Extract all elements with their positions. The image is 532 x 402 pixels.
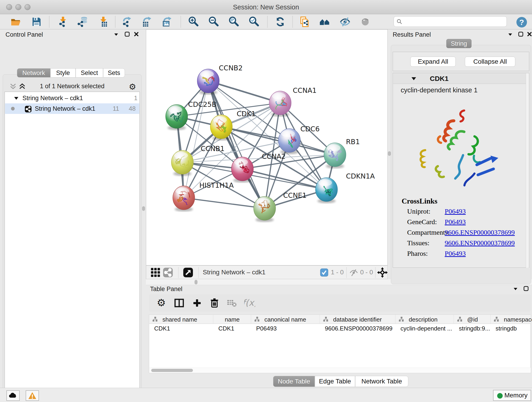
table-cell[interactable]: stringdb [491, 324, 531, 333]
string-network-graph[interactable]: CCNB2 CCNA1 CDC25B CDK1 CDC6 R [146, 30, 387, 265]
close-panel-icon[interactable] [526, 31, 532, 38]
crosslink-link[interactable]: P06493 [445, 218, 466, 226]
refresh-view-button[interactable] [274, 15, 287, 28]
edge-CCNB2-CCNA1[interactable] [208, 81, 280, 103]
column-header-database-identifier[interactable]: database identifier [320, 315, 395, 324]
table-columns-button[interactable] [174, 298, 185, 308]
results-scrollbar[interactable] [526, 73, 529, 268]
column-header-shared-name[interactable]: shared name [149, 315, 213, 324]
zoom-selected-button[interactable] [248, 15, 260, 28]
maximize-panel-icon[interactable] [124, 31, 131, 38]
new-network-from-selection-button[interactable] [298, 15, 311, 28]
node-CCNA1[interactable]: CCNA1 [269, 86, 317, 117]
network-view-canvas[interactable]: CCNB2 CCNA1 CDC25B CDK1 CDC6 R [146, 29, 388, 265]
maximize-panel-icon[interactable] [517, 31, 524, 38]
search-input[interactable] [404, 17, 503, 26]
column-header--id[interactable]: @id [454, 315, 491, 324]
table-delete-button[interactable] [209, 298, 220, 308]
maximize-panel-icon[interactable] [523, 285, 530, 292]
node-label-CDC25B: CDC25B [188, 100, 216, 108]
table-gear-button[interactable]: ⚙ [156, 298, 167, 308]
crosslink-link[interactable]: P06493 [445, 249, 466, 257]
tab-node-table[interactable]: Node Table [273, 376, 315, 387]
table-delete-table-button[interactable] [226, 298, 237, 308]
column-header-name[interactable]: name [213, 315, 251, 324]
save-session-button[interactable] [30, 15, 43, 28]
column-header-canonical-name[interactable]: canonical name [251, 315, 320, 324]
expand-all-button[interactable]: Expand All [410, 57, 456, 67]
left-splitter-grip[interactable] [142, 206, 145, 211]
scrollbar-thumb[interactable] [151, 369, 193, 372]
tab-select[interactable]: Select [76, 68, 103, 77]
crosslink-link[interactable]: P06493 [445, 207, 466, 215]
column-header-namespace[interactable]: namespace [491, 315, 531, 324]
open-session-button[interactable] [9, 15, 22, 28]
table-cell[interactable]: cyclin-dependent ... [395, 324, 454, 333]
table-add-row-button[interactable] [191, 298, 203, 308]
hide-selected-button[interactable] [339, 15, 351, 28]
help-button[interactable]: ? [516, 17, 527, 27]
zoom-in-button[interactable] [187, 15, 200, 28]
table-panel: Table Panel ⚙f(x) shared namenamecanonic… [146, 285, 532, 388]
selected-checkbox-icon[interactable] [320, 268, 330, 279]
node-RB1[interactable]: RB1 [324, 138, 360, 168]
table-cell[interactable]: CDK1 [149, 324, 213, 333]
zoom-fit-button[interactable] [228, 15, 240, 28]
edge-CCNB2-HIST1H1A[interactable] [184, 81, 208, 198]
node-table[interactable]: shared namenamecanonical namedatabase id… [149, 314, 531, 373]
import-network-file-button[interactable] [56, 15, 69, 28]
import-network-database-button[interactable] [76, 15, 89, 28]
network-collection-row[interactable]: String Network – cdk1 1 [5, 93, 139, 103]
network-options-gear-icon[interactable]: ⚙ [129, 82, 136, 92]
table-cell[interactable]: 9606.ENSP00000378699 [320, 324, 395, 333]
import-table-file-button[interactable] [96, 15, 109, 28]
table-horizontal-scrollbar[interactable] [149, 368, 531, 373]
table-cell[interactable]: stringdb:9... [454, 324, 491, 333]
tab-style[interactable]: Style [51, 68, 76, 77]
tab-network[interactable]: Network [17, 68, 51, 77]
network-thumbnail-icon[interactable] [163, 267, 173, 278]
tab-string[interactable]: String [446, 39, 472, 48]
section-collapse-icon[interactable] [411, 76, 417, 83]
new-network-from-selection-icon [299, 16, 310, 27]
table-cell[interactable]: P06493 [251, 324, 320, 333]
window-title: Session: New Session [0, 3, 532, 11]
fit-selected-crosshair-icon[interactable] [377, 267, 388, 278]
export-image-button[interactable] [161, 15, 174, 28]
table-cell[interactable]: CDK1 [213, 324, 251, 333]
search-box[interactable] [394, 16, 507, 27]
first-neighbors-button[interactable] [318, 15, 331, 28]
birds-eye-view-icon[interactable] [183, 267, 193, 278]
column-header-description[interactable]: description [395, 315, 454, 324]
close-panel-icon[interactable] [133, 31, 140, 38]
network-row[interactable]: String Network – cdk1 11 48 [5, 103, 139, 114]
edge-HIST1H1A-CCNE1[interactable] [184, 198, 265, 208]
node-HIST1H1A[interactable]: HIST1H1A [173, 181, 234, 211]
node-CDC25B[interactable]: CDC25B [166, 100, 216, 130]
memory-button[interactable]: Memory [493, 390, 531, 401]
crosslink-link[interactable]: 9606.ENSP00000378699 [445, 229, 515, 236]
table-function-button[interactable]: f(x) [244, 298, 255, 308]
crosslink-link[interactable]: 9606.ENSP00000378699 [445, 239, 515, 247]
protein-section-header[interactable]: CDK1 [393, 73, 526, 84]
tab-sets[interactable]: Sets [103, 68, 125, 77]
warning-icon [28, 392, 37, 400]
tab-edge-table[interactable]: Edge Table [315, 376, 355, 387]
zoom-fit-icon [228, 16, 239, 27]
show-all-button[interactable] [359, 15, 372, 28]
tab-network-table[interactable]: Network Table [355, 376, 408, 387]
memory-label: Memory [504, 392, 527, 399]
splitter-grip[interactable] [195, 280, 197, 284]
protein-structure-image [406, 98, 516, 194]
float-panel-icon[interactable] [113, 31, 120, 38]
grid-view-icon[interactable] [150, 267, 161, 278]
collapse-all-button[interactable]: Collapse All [465, 57, 515, 67]
node-CDKN1A[interactable]: CDKN1A [316, 172, 375, 203]
export-network-button[interactable] [121, 15, 134, 28]
float-panel-icon[interactable] [512, 285, 519, 292]
warnings-button[interactable] [26, 390, 39, 401]
zoom-out-button[interactable] [207, 15, 220, 28]
float-panel-icon[interactable] [507, 31, 514, 38]
cloud-status-button[interactable] [6, 390, 20, 401]
export-table-button[interactable] [141, 15, 154, 28]
